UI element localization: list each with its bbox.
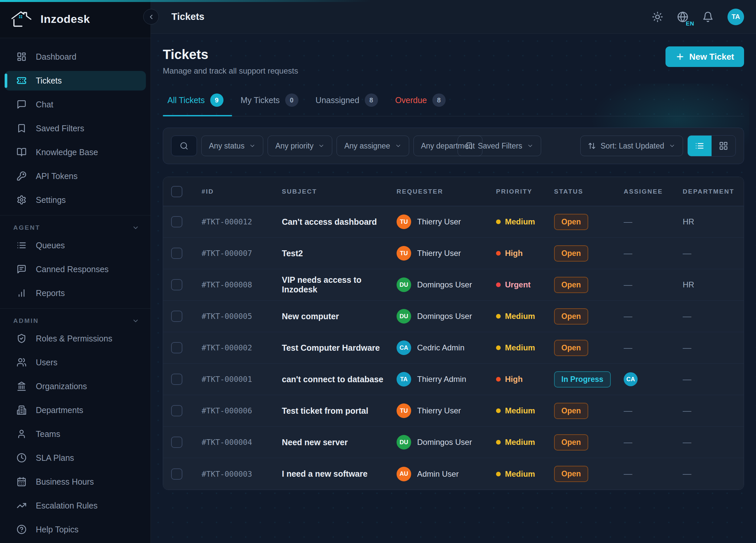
priority-filter-dropdown[interactable]: Any priority (268, 136, 332, 156)
requester-cell: DUDomingos User (397, 435, 496, 450)
ticket-row[interactable]: #TKT-000003 I need a new software AUAdmi… (163, 458, 744, 490)
ticket-row[interactable]: #TKT-000001 can't connect to database TA… (163, 364, 744, 395)
row-checkbox[interactable] (171, 216, 182, 227)
assignee-cell: — (624, 437, 683, 448)
ticket-row[interactable]: #TKT-000004 Need new server DUDomingos U… (163, 427, 744, 458)
sidebar-collapse-button[interactable] (143, 9, 159, 25)
priority-dot-icon (496, 219, 501, 224)
tab-count-badge: 9 (210, 93, 223, 107)
tab-count-badge: 8 (432, 93, 446, 107)
grid-view-button[interactable] (712, 136, 735, 156)
ticket-row[interactable]: #TKT-000008 VIP needs access to Inzodesk… (163, 269, 744, 301)
ticket-row[interactable]: #TKT-000006 Test ticket from portal TUTh… (163, 395, 744, 427)
row-checkbox[interactable] (171, 342, 182, 353)
sidebar-item-chat[interactable]: Chat (5, 95, 146, 114)
ticket-tabs: All Tickets 9 My Tickets 0 Unassigned 8 … (163, 87, 744, 116)
sidebar-item-api-tokens[interactable]: API Tokens (5, 166, 146, 186)
saved-filters-button[interactable]: Saved Filters (458, 136, 541, 156)
row-checkbox[interactable] (171, 248, 182, 259)
status-filter-dropdown[interactable]: Any status (201, 136, 263, 156)
sidebar-item-users[interactable]: Users (5, 353, 146, 372)
topbar-title: Tickets (171, 11, 204, 22)
sidebar-item-tickets[interactable]: Tickets (5, 71, 146, 91)
tab-label: Overdue (395, 95, 427, 105)
sidebar-item-departments[interactable]: Departments (5, 400, 146, 420)
sidebar-item-label: Teams (36, 429, 60, 439)
sidebar-item-roles-permissions[interactable]: Roles & Permissions (5, 329, 146, 348)
key-icon (17, 171, 27, 181)
chevron-down-icon (395, 143, 402, 149)
sidebar-item-sla-plans[interactable]: SLA Plans (5, 448, 146, 468)
tab-unassigned[interactable]: Unassigned 8 (307, 87, 387, 116)
sidebar-item-business-hours[interactable]: Business Hours (5, 472, 146, 492)
chevron-down-icon (132, 317, 139, 325)
sidebar-item-settings[interactable]: Settings (5, 190, 146, 210)
row-checkbox[interactable] (171, 405, 182, 416)
search-input[interactable] (171, 136, 197, 156)
sidebar-item-reports[interactable]: Reports (5, 283, 146, 303)
tab-my-tickets[interactable]: My Tickets 0 (232, 87, 307, 116)
new-ticket-button[interactable]: New Ticket (665, 46, 744, 67)
sidebar-item-organizations[interactable]: Organizations (5, 377, 146, 396)
brand-header: Inzodesk (0, 0, 151, 38)
sort-dropdown[interactable]: Sort: Last Updated (580, 136, 683, 156)
requester-name: Domingos User (417, 312, 472, 321)
theme-toggle-button[interactable] (652, 11, 663, 23)
row-checkbox[interactable] (171, 311, 182, 322)
row-checkbox[interactable] (171, 468, 182, 480)
ticket-row[interactable]: #TKT-000005 New computer DUDomingos User… (163, 301, 744, 332)
priority-dot-icon (496, 282, 501, 287)
shield-check-icon (17, 333, 27, 343)
sidebar-section-admin[interactable]: ADMIN (13, 317, 139, 325)
sidebar-item-queues[interactable]: Queues (5, 236, 146, 255)
priority-cell: Medium (496, 406, 554, 415)
bookmark-icon (17, 123, 27, 133)
row-checkbox[interactable] (171, 279, 182, 290)
row-checkbox[interactable] (171, 374, 182, 385)
status-badge: Open (554, 277, 588, 293)
ticket-id: #TKT-000004 (202, 438, 282, 447)
sidebar-item-canned-responses[interactable]: Canned Responses (5, 260, 146, 279)
landmark-icon (17, 381, 27, 391)
ticket-row[interactable]: #TKT-000007 Test2 TUThierry User High Op… (163, 238, 744, 269)
user-avatar[interactable]: TA (727, 9, 744, 25)
requester-cell: DUDomingos User (397, 309, 496, 324)
new-ticket-label: New Ticket (689, 52, 734, 62)
sidebar-item-dashboard[interactable]: Dashboard (5, 47, 146, 67)
ticket-subject: can't connect to database (282, 375, 397, 384)
tab-all-tickets[interactable]: All Tickets 9 (163, 87, 232, 116)
priority-dot-icon (496, 345, 501, 350)
brand-name: Inzodesk (40, 13, 90, 26)
requester-name: Cedric Admin (417, 343, 465, 352)
status-cell: Open (554, 434, 624, 451)
notifications-button[interactable] (702, 11, 714, 23)
list-view-button[interactable] (688, 136, 712, 156)
status-cell: Open (554, 308, 624, 325)
sidebar-section-agent[interactable]: AGENT (13, 224, 139, 231)
gear-icon (17, 195, 27, 205)
requester-avatar: AU (397, 467, 411, 481)
chevron-down-icon (132, 224, 139, 231)
department-cell: — (683, 437, 736, 448)
row-checkbox[interactable] (171, 437, 182, 448)
inzodesk-logo-house-icon (11, 10, 32, 28)
bell-icon (702, 11, 714, 23)
sidebar-item-escalation-rules[interactable]: Escalation Rules (5, 496, 146, 515)
topbar-actions: EN TA (652, 9, 744, 25)
ticket-row[interactable]: #TKT-000012 Can't access dashboard TUThi… (163, 206, 744, 238)
assignee-cell: — (624, 343, 683, 353)
sidebar-item-knowledge-base[interactable]: Knowledge Base (5, 143, 146, 162)
sidebar-item-help-topics[interactable]: Help Topics (5, 520, 146, 539)
select-all-checkbox[interactable] (171, 186, 182, 197)
chevron-down-icon (318, 143, 325, 149)
requester-name: Thierry User (417, 406, 461, 415)
sidebar-item-teams[interactable]: Teams (5, 424, 146, 444)
language-selector-button[interactable]: EN (677, 11, 688, 23)
sidebar-item-label: Help Topics (36, 524, 79, 534)
assignee-filter-dropdown[interactable]: Any assignee (337, 136, 409, 156)
sidebar-item-saved-filters[interactable]: Saved Filters (5, 119, 146, 138)
requester-avatar: TU (397, 214, 411, 229)
ticket-row[interactable]: #TKT-000002 Test Computer Hardware CACed… (163, 332, 744, 364)
tab-overdue[interactable]: Overdue 8 (387, 87, 454, 116)
dropdown-label: Any priority (275, 142, 313, 151)
